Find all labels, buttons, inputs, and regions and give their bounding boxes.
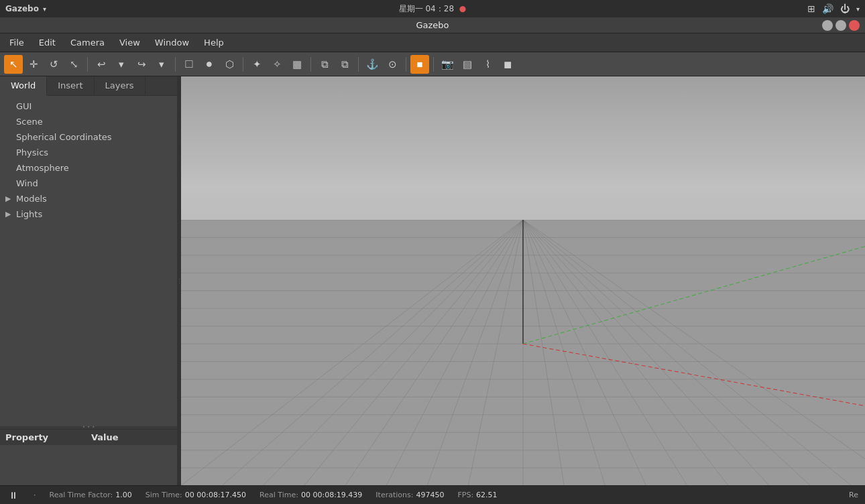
app-name[interactable]: Gazebo xyxy=(5,4,39,13)
redo-dropdown[interactable]: ▾ xyxy=(152,55,171,74)
menu-item-camera[interactable]: Camera xyxy=(64,36,111,50)
anchor-button[interactable]: ⚓ xyxy=(363,55,382,74)
property-header: Property Value xyxy=(0,429,177,445)
svg-line-29 xyxy=(523,220,728,486)
tree-item-wind[interactable]: Wind xyxy=(0,176,177,191)
toolbar-separator xyxy=(175,57,176,72)
svg-line-17 xyxy=(222,220,523,486)
sim-time: Sim Time: 00 00:08:17.450 xyxy=(146,491,246,499)
tree-item-scene[interactable]: Scene xyxy=(0,114,177,129)
system-arrow-icon[interactable]: ▾ xyxy=(856,5,860,13)
toolbar-separator xyxy=(358,57,359,72)
spot-light[interactable]: ✧ xyxy=(268,55,286,74)
panel-tab-insert[interactable]: Insert xyxy=(47,76,94,95)
title-bar: Gazebo xyxy=(0,17,865,34)
svg-line-18 xyxy=(263,220,523,486)
paste-button[interactable]: ⧉ xyxy=(335,55,354,74)
svg-line-25 xyxy=(523,220,564,486)
toolbar-separator xyxy=(243,57,243,72)
svg-line-31 xyxy=(523,220,810,486)
screenshot-button[interactable]: 📷 xyxy=(438,55,457,74)
status-bar: ⏸ · Real Time Factor: 1.00 Sim Time: 00 … xyxy=(0,485,865,504)
status-extra: Re xyxy=(849,491,858,499)
sphere-insert[interactable]: ● xyxy=(200,55,219,74)
tree-item-atmosphere[interactable]: Atmosphere xyxy=(0,160,177,176)
svg-line-36 xyxy=(523,344,865,406)
tree-item-label: Wind xyxy=(16,178,38,188)
property-column-header: Property xyxy=(5,432,86,442)
tree-item-label: Physics xyxy=(16,147,48,158)
svg-line-28 xyxy=(523,220,687,486)
fps-label: FPS: xyxy=(457,491,473,499)
real-time-value: 00 00:08:19.439 xyxy=(301,491,362,499)
iterations-label: Iterations: xyxy=(376,491,413,499)
translate-tool[interactable]: ✛ xyxy=(24,55,43,74)
select-tool[interactable]: ↖ xyxy=(4,55,23,74)
system-bar-right: ⊞ 🔊 ⏻ ▾ xyxy=(807,3,860,14)
maximize-button[interactable] xyxy=(835,20,846,31)
tree-item-physics[interactable]: Physics xyxy=(0,145,177,160)
menu-item-edit[interactable]: Edit xyxy=(32,36,62,50)
sound-icon[interactable]: 🔊 xyxy=(822,3,833,14)
svg-line-33 xyxy=(523,220,865,459)
svg-line-21 xyxy=(386,220,523,486)
redo-button[interactable]: ↪ xyxy=(132,55,151,74)
close-button[interactable] xyxy=(849,20,860,31)
real-time-factor-value: 1.00 xyxy=(115,491,132,499)
tree-item-lights[interactable]: ▶Lights xyxy=(0,206,177,222)
menu-item-help[interactable]: Help xyxy=(197,36,231,50)
svg-line-35 xyxy=(523,246,865,343)
system-bar: Gazebo ▾ 星期一 04：28 ● ⊞ 🔊 ⏻ ▾ xyxy=(0,0,865,17)
pause-button[interactable]: ⏸ xyxy=(7,489,20,502)
tree-item-label: Spherical Coordinates xyxy=(16,132,112,142)
app-dropdown-arrow[interactable]: ▾ xyxy=(43,5,46,13)
undo-button[interactable]: ↩ xyxy=(92,55,111,74)
undo-dropdown[interactable]: ▾ xyxy=(112,55,131,74)
link-button[interactable]: ⊙ xyxy=(383,55,402,74)
panel-tab-world[interactable]: World xyxy=(0,76,47,96)
copy-button[interactable]: ⧉ xyxy=(315,55,334,74)
menu-item-file[interactable]: File xyxy=(3,36,31,50)
dir-light[interactable]: ▦ xyxy=(288,55,306,74)
minimize-button[interactable] xyxy=(822,20,833,31)
panel-tab-layers[interactable]: Layers xyxy=(95,76,146,95)
real-time: Real Time: 00 00:08:19.439 xyxy=(260,491,362,499)
menu-item-view[interactable]: View xyxy=(113,36,147,50)
iterations-value: 497450 xyxy=(416,491,444,499)
box-insert[interactable]: □ xyxy=(180,55,198,74)
tree-item-gui[interactable]: GUI xyxy=(0,99,177,114)
toolbar-separator xyxy=(310,57,311,72)
cylinder-insert[interactable]: ⬡ xyxy=(220,55,239,74)
panel-tabs: WorldInsertLayers xyxy=(0,76,177,96)
menu-bar: FileEditCameraViewWindowHelp xyxy=(0,34,865,52)
main-content: WorldInsertLayers GUISceneSpherical Coor… xyxy=(0,76,865,485)
rotate-tool[interactable]: ↺ xyxy=(44,55,63,74)
ground-plane xyxy=(181,220,865,486)
power-icon[interactable]: ⏻ xyxy=(840,3,850,14)
viewport-3d[interactable] xyxy=(181,76,865,485)
tree-item-label: Models xyxy=(16,194,47,204)
property-body xyxy=(0,445,177,485)
toolbar-separator xyxy=(87,57,88,72)
orange-shape-button[interactable]: ■ xyxy=(410,55,429,74)
tree-panel: GUISceneSpherical CoordinatesPhysicsAtmo… xyxy=(0,96,177,426)
real-time-label: Real Time: xyxy=(260,491,298,499)
toolbar-separator xyxy=(406,57,406,72)
point-light[interactable]: ✦ xyxy=(247,55,266,74)
system-bar-time: 星期一 04：28 ● xyxy=(399,3,467,15)
left-panel: WorldInsertLayers GUISceneSpherical Coor… xyxy=(0,76,178,485)
fps: FPS: 62.51 xyxy=(457,491,497,499)
log-button[interactable]: ▤ xyxy=(458,55,477,74)
tree-item-spherical-coordinates[interactable]: Spherical Coordinates xyxy=(0,129,177,145)
window-title: Gazebo xyxy=(416,20,449,30)
scale-tool[interactable]: ⤡ xyxy=(64,55,83,74)
system-bar-left: Gazebo ▾ xyxy=(5,4,46,13)
real-time-factor-label: Real Time Factor: xyxy=(50,491,113,499)
expand-arrow-icon: ▶ xyxy=(5,210,13,218)
menu-item-window[interactable]: Window xyxy=(148,36,196,50)
svg-line-26 xyxy=(523,220,605,486)
plot-button[interactable]: ⌇ xyxy=(478,55,497,74)
network-icon[interactable]: ⊞ xyxy=(807,3,815,14)
video-button[interactable]: ◼ xyxy=(498,55,517,74)
tree-item-models[interactable]: ▶Models xyxy=(0,191,177,206)
